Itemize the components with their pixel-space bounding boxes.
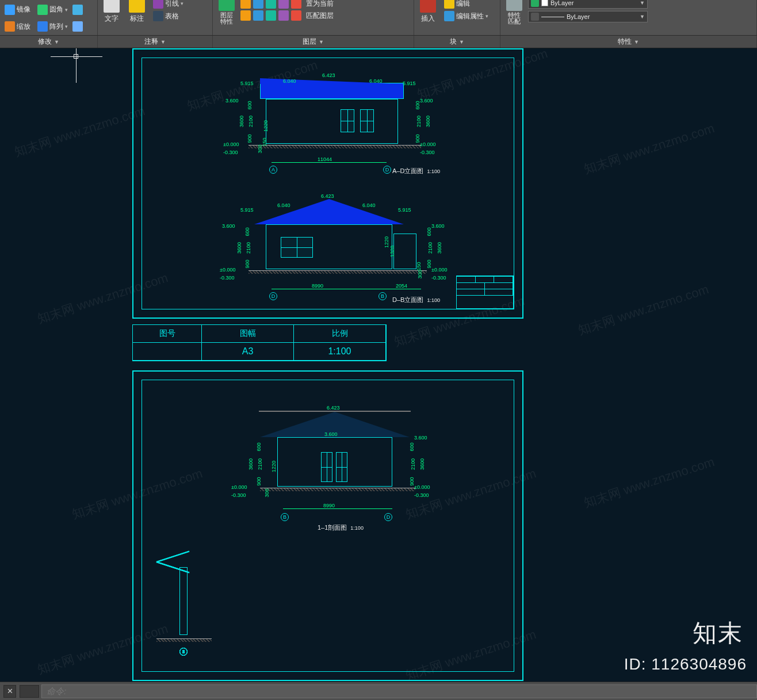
match-props-button[interactable]: 特性 匹配 (503, 0, 526, 26)
layer-icon[interactable] (266, 10, 276, 21)
linetype-combo[interactable]: ByLayer ▼ (528, 11, 648, 22)
layer-icon[interactable] (240, 10, 251, 21)
cmd-handle[interactable] (20, 685, 39, 698)
panel-title-bar: 修改▼ 注释▼ 图层▼ 块▼ 特性▼ (0, 36, 757, 48)
dim: -0.300 (420, 150, 435, 155)
elevation-a-d: A D 11044 6.423 6.040 6.040 5.915 5.915 … (220, 55, 450, 176)
dim: 6.423 (327, 405, 340, 411)
dim: 5.915 (240, 207, 254, 213)
dim: ±0.000 (223, 141, 239, 147)
axis-d: D (269, 292, 277, 300)
text-label: 文字 (105, 14, 118, 24)
dim: -0.300 (220, 275, 235, 281)
layer-icon[interactable] (291, 10, 301, 21)
leader-button[interactable]: 引线▾ (151, 0, 186, 9)
info-table: 图号 图幅 比例 A3 1:100 (132, 324, 387, 361)
dim: 6.423 (322, 72, 335, 78)
dim: 5.915 (398, 207, 411, 213)
mirror-button[interactable]: 镜像 (2, 4, 33, 16)
panel-modify: 镜像 圆角▾ 缩放 阵列▾ (0, 0, 98, 35)
layer-icon[interactable] (278, 0, 289, 9)
panel-title-annotate[interactable]: 注释▼ (98, 36, 213, 48)
command-input[interactable] (41, 684, 757, 698)
layer-icon[interactable] (278, 10, 289, 21)
layer-icon[interactable] (253, 10, 263, 21)
crosshair-pickbox (74, 54, 78, 59)
tool-icon[interactable] (72, 5, 83, 15)
image-id: ID: 1126304896 (624, 655, 747, 674)
dim: 600 (244, 227, 250, 236)
panel-title-modify[interactable]: 修改▼ (0, 36, 98, 48)
brand-watermark: 知末 (693, 617, 743, 649)
dim: ±0.000 (414, 484, 430, 490)
leader-label: 引线 (165, 0, 179, 9)
mirror-label: 镜像 (17, 5, 30, 14)
dim: ±0.000 (431, 267, 447, 273)
tool-icon[interactable] (72, 21, 83, 32)
panel-block: 插入 编辑 编辑属性▾ (414, 0, 500, 35)
dim: 6.040 (277, 202, 290, 208)
layer-icon[interactable] (291, 0, 301, 9)
sheet-1: A D 11044 6.423 6.040 6.040 5.915 5.915 … (132, 48, 523, 319)
dim: 2100 (427, 242, 433, 254)
array-button[interactable]: 阵列▾ (35, 21, 70, 32)
edit-attr-button[interactable]: 编辑属性▾ (442, 10, 491, 22)
edit-block-button[interactable]: 编辑 (442, 0, 491, 9)
match-layer-button[interactable]: 匹配图层 (304, 10, 336, 21)
dim: 5.915 (403, 81, 416, 86)
dim: 900 (247, 134, 253, 143)
dim: -0.300 (414, 492, 429, 498)
dim: 8990 (312, 283, 323, 289)
dim: 300 (264, 488, 270, 497)
dim: 3.600 (222, 223, 235, 229)
drawing-canvas[interactable]: 知末网 www.znzmo.com 知末网 www.znzmo.com 知末网 … (0, 48, 757, 682)
dim: 6.040 (362, 202, 376, 208)
title-block (456, 276, 514, 309)
sheet-2: B D 8990 6.423 3.600 3.600 600 2100 900 … (132, 370, 523, 681)
panel-title-layers[interactable]: 图层▼ (213, 36, 414, 48)
edit-block-label: 编辑 (456, 0, 470, 9)
layer-icon[interactable] (266, 0, 276, 9)
close-icon[interactable]: ✕ (3, 685, 16, 698)
detail-5: 5 (156, 561, 212, 648)
panel-annotate: 文字 标注 引线▾ 表格 (98, 0, 213, 35)
watermark: 知末网 www.znzmo.com (576, 281, 711, 339)
dim-button[interactable]: 标注 (125, 0, 148, 25)
bylayer-1: ByLayer (550, 0, 574, 6)
dim: 5.915 (240, 81, 254, 86)
drawing-title: D–B立面图1:100 (392, 296, 440, 304)
axis-d: D (383, 166, 391, 174)
chevron-down-icon: ▼ (640, 14, 645, 20)
axis-b: B (378, 292, 387, 300)
dim: 2100 (246, 242, 251, 254)
color-combo[interactable]: ByLayer ▼ (528, 0, 648, 9)
panel-title-properties[interactable]: 特性▼ (500, 36, 757, 48)
scale-button[interactable]: 缩放 (2, 21, 33, 32)
text-button[interactable]: 文字 (100, 0, 123, 25)
layer-props-button[interactable]: 图层 特性 (215, 0, 238, 26)
info-h2: 图幅 (202, 325, 294, 343)
array-label: 阵列 (49, 22, 63, 32)
insert-button[interactable]: 插入 (416, 0, 439, 25)
layer-icon[interactable] (253, 0, 263, 9)
fillet-button[interactable]: 圆角▾ (35, 4, 70, 16)
chevron-down-icon: ▼ (640, 0, 645, 6)
command-bar: ✕ (0, 682, 757, 700)
axis-d: D (384, 513, 392, 521)
make-current-label: 置为当前 (306, 0, 334, 9)
layers-icon (531, 0, 539, 7)
dim-label: 标注 (130, 14, 144, 24)
dim: 3600 (248, 458, 254, 470)
dim: 3.600 (324, 431, 338, 437)
make-current-button[interactable]: 置为当前 (304, 0, 336, 9)
panel-layers: 图层 特性 置为当前 匹配图层 (213, 0, 414, 35)
dim: 3.600 (420, 98, 433, 104)
panel-title-block[interactable]: 块▼ (414, 36, 500, 48)
dim: 900 (256, 477, 262, 485)
layer-icon[interactable] (240, 0, 251, 9)
dim: 3600 (419, 458, 425, 470)
table-button[interactable]: 表格 (151, 10, 186, 22)
dim: 8990 (323, 503, 335, 508)
dim: -0.300 (223, 150, 238, 155)
dim: 600 (247, 101, 253, 109)
